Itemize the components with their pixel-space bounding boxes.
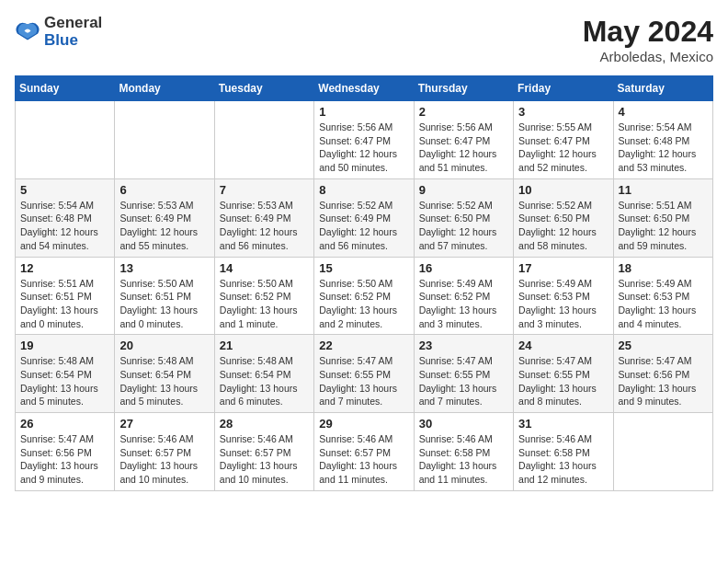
day-number: 18 <box>619 261 708 275</box>
calendar-cell: 26Sunrise: 5:47 AMSunset: 6:56 PMDayligh… <box>16 413 115 491</box>
day-info: Sunrise: 5:47 AMSunset: 6:56 PMDaylight:… <box>20 432 109 487</box>
logo-text: General Blue <box>44 15 102 49</box>
logo-icon <box>15 19 40 45</box>
calendar-cell: 20Sunrise: 5:48 AMSunset: 6:54 PMDayligh… <box>115 335 214 413</box>
day-info: Sunrise: 5:51 AMSunset: 6:50 PMDaylight:… <box>619 199 708 253</box>
day-info: Sunrise: 5:54 AMSunset: 6:48 PMDaylight:… <box>20 199 109 253</box>
day-number: 26 <box>20 417 109 431</box>
day-info: Sunrise: 5:48 AMSunset: 6:54 PMDaylight:… <box>119 354 209 408</box>
calendar-cell: 30Sunrise: 5:46 AMSunset: 6:58 PMDayligh… <box>414 413 513 491</box>
day-number: 21 <box>220 339 309 352</box>
day-number: 12 <box>20 261 109 275</box>
calendar-cell <box>16 101 115 179</box>
calendar-cell: 8Sunrise: 5:52 AMSunset: 6:49 PMDaylight… <box>314 178 414 257</box>
day-of-week-header: Monday <box>115 76 214 101</box>
calendar-table: SundayMondayTuesdayWednesdayThursdayFrid… <box>15 75 713 491</box>
day-number: 4 <box>619 105 708 119</box>
day-number: 8 <box>319 183 408 197</box>
logo-general: General <box>44 15 102 32</box>
calendar-cell: 7Sunrise: 5:53 AMSunset: 6:49 PMDaylight… <box>214 178 313 257</box>
calendar-cell: 13Sunrise: 5:50 AMSunset: 6:51 PMDayligh… <box>115 257 214 335</box>
day-info: Sunrise: 5:46 AMSunset: 6:58 PMDaylight:… <box>518 432 608 487</box>
day-info: Sunrise: 5:51 AMSunset: 6:51 PMDaylight:… <box>20 277 109 331</box>
calendar-cell: 22Sunrise: 5:47 AMSunset: 6:55 PMDayligh… <box>314 335 414 413</box>
day-number: 2 <box>419 105 508 119</box>
calendar-week-row: 12Sunrise: 5:51 AMSunset: 6:51 PMDayligh… <box>16 257 713 335</box>
day-number: 31 <box>518 417 608 431</box>
day-number: 10 <box>518 183 608 197</box>
day-number: 17 <box>518 261 608 275</box>
day-info: Sunrise: 5:46 AMSunset: 6:57 PMDaylight:… <box>119 432 209 487</box>
day-info: Sunrise: 5:46 AMSunset: 6:57 PMDaylight:… <box>220 432 309 487</box>
calendar-cell: 17Sunrise: 5:49 AMSunset: 6:53 PMDayligh… <box>514 257 613 335</box>
calendar-location: Arboledas, Mexico <box>583 49 713 64</box>
day-info: Sunrise: 5:50 AMSunset: 6:52 PMDaylight:… <box>220 277 309 331</box>
calendar-cell: 15Sunrise: 5:50 AMSunset: 6:52 PMDayligh… <box>314 257 414 335</box>
calendar-title: May 2024 <box>583 15 713 49</box>
day-info: Sunrise: 5:53 AMSunset: 6:49 PMDaylight:… <box>119 199 209 253</box>
day-info: Sunrise: 5:49 AMSunset: 6:52 PMDaylight:… <box>419 277 508 331</box>
title-block: May 2024 Arboledas, Mexico <box>583 15 713 64</box>
day-of-week-header: Tuesday <box>214 76 313 101</box>
day-info: Sunrise: 5:52 AMSunset: 6:49 PMDaylight:… <box>319 199 408 253</box>
calendar-cell: 10Sunrise: 5:52 AMSunset: 6:50 PMDayligh… <box>514 178 613 257</box>
day-number: 1 <box>319 105 408 119</box>
calendar-cell: 4Sunrise: 5:54 AMSunset: 6:48 PMDaylight… <box>613 101 712 179</box>
day-info: Sunrise: 5:49 AMSunset: 6:53 PMDaylight:… <box>619 277 708 331</box>
day-number: 28 <box>220 417 309 431</box>
day-info: Sunrise: 5:47 AMSunset: 6:55 PMDaylight:… <box>419 354 508 408</box>
calendar-cell: 1Sunrise: 5:56 AMSunset: 6:47 PMDaylight… <box>314 101 414 179</box>
day-number: 11 <box>619 183 708 197</box>
calendar-cell <box>214 101 313 179</box>
calendar-cell: 11Sunrise: 5:51 AMSunset: 6:50 PMDayligh… <box>613 178 712 257</box>
calendar-cell: 31Sunrise: 5:46 AMSunset: 6:58 PMDayligh… <box>514 413 613 491</box>
day-info: Sunrise: 5:56 AMSunset: 6:47 PMDaylight:… <box>319 121 408 175</box>
calendar-cell: 12Sunrise: 5:51 AMSunset: 6:51 PMDayligh… <box>16 257 115 335</box>
calendar-cell: 27Sunrise: 5:46 AMSunset: 6:57 PMDayligh… <box>115 413 214 491</box>
day-of-week-header: Thursday <box>414 76 513 101</box>
calendar-cell: 9Sunrise: 5:52 AMSunset: 6:50 PMDaylight… <box>414 178 513 257</box>
calendar-week-row: 26Sunrise: 5:47 AMSunset: 6:56 PMDayligh… <box>16 413 713 491</box>
day-number: 20 <box>119 339 209 352</box>
calendar-cell <box>613 413 712 491</box>
logo-blue: Blue <box>44 32 102 50</box>
calendar-cell: 21Sunrise: 5:48 AMSunset: 6:54 PMDayligh… <box>214 335 313 413</box>
day-number: 13 <box>119 261 209 275</box>
calendar-cell: 18Sunrise: 5:49 AMSunset: 6:53 PMDayligh… <box>613 257 712 335</box>
calendar-cell: 6Sunrise: 5:53 AMSunset: 6:49 PMDaylight… <box>115 178 214 257</box>
day-info: Sunrise: 5:46 AMSunset: 6:57 PMDaylight:… <box>319 432 408 487</box>
page-header: General Blue May 2024 Arboledas, Mexico <box>15 15 713 64</box>
day-number: 14 <box>220 261 309 275</box>
day-number: 27 <box>119 417 209 431</box>
day-info: Sunrise: 5:47 AMSunset: 6:55 PMDaylight:… <box>319 354 408 408</box>
day-info: Sunrise: 5:55 AMSunset: 6:47 PMDaylight:… <box>518 121 608 175</box>
day-number: 29 <box>319 417 408 431</box>
day-number: 15 <box>319 261 408 275</box>
calendar-cell: 14Sunrise: 5:50 AMSunset: 6:52 PMDayligh… <box>214 257 313 335</box>
calendar-cell: 24Sunrise: 5:47 AMSunset: 6:55 PMDayligh… <box>514 335 613 413</box>
day-info: Sunrise: 5:48 AMSunset: 6:54 PMDaylight:… <box>20 354 109 408</box>
calendar-cell: 23Sunrise: 5:47 AMSunset: 6:55 PMDayligh… <box>414 335 513 413</box>
day-number: 19 <box>20 339 109 352</box>
day-info: Sunrise: 5:47 AMSunset: 6:55 PMDaylight:… <box>518 354 608 408</box>
day-of-week-header: Friday <box>514 76 613 101</box>
calendar-cell: 16Sunrise: 5:49 AMSunset: 6:52 PMDayligh… <box>414 257 513 335</box>
day-info: Sunrise: 5:53 AMSunset: 6:49 PMDaylight:… <box>220 199 309 253</box>
calendar-cell: 2Sunrise: 5:56 AMSunset: 6:47 PMDaylight… <box>414 101 513 179</box>
day-number: 16 <box>419 261 508 275</box>
day-info: Sunrise: 5:56 AMSunset: 6:47 PMDaylight:… <box>419 121 508 175</box>
day-number: 9 <box>419 183 508 197</box>
day-number: 24 <box>518 339 608 352</box>
calendar-header-row: SundayMondayTuesdayWednesdayThursdayFrid… <box>16 76 713 101</box>
day-of-week-header: Saturday <box>613 76 712 101</box>
calendar-week-row: 19Sunrise: 5:48 AMSunset: 6:54 PMDayligh… <box>16 335 713 413</box>
calendar-cell: 29Sunrise: 5:46 AMSunset: 6:57 PMDayligh… <box>314 413 414 491</box>
calendar-cell: 28Sunrise: 5:46 AMSunset: 6:57 PMDayligh… <box>214 413 313 491</box>
day-number: 30 <box>419 417 508 431</box>
day-info: Sunrise: 5:50 AMSunset: 6:51 PMDaylight:… <box>119 277 209 331</box>
day-info: Sunrise: 5:50 AMSunset: 6:52 PMDaylight:… <box>319 277 408 331</box>
day-number: 5 <box>20 183 109 197</box>
day-number: 25 <box>619 339 708 352</box>
day-info: Sunrise: 5:54 AMSunset: 6:48 PMDaylight:… <box>619 121 708 175</box>
day-info: Sunrise: 5:49 AMSunset: 6:53 PMDaylight:… <box>518 277 608 331</box>
